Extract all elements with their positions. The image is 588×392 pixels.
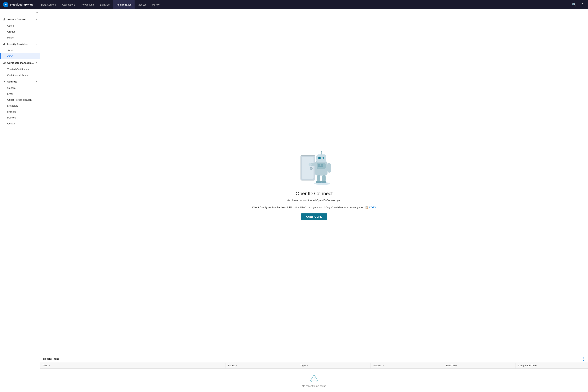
svg-rect-9	[317, 163, 326, 169]
start-time-col-label: Start Time	[446, 364, 456, 367]
svg-point-7	[310, 168, 312, 169]
nav-item-more[interactable]: More ▾	[149, 0, 163, 9]
group-left-certificate-management: Certificate Managem...	[3, 61, 34, 64]
settings-chevron: ▾	[36, 80, 37, 83]
sidebar-collapse-button[interactable]: «	[36, 11, 38, 14]
sidebar-item-roles[interactable]: Roles	[0, 35, 40, 40]
nav-right-actions: 🔍 ⋮	[571, 2, 585, 8]
identity-providers-label: Identity Providers	[7, 43, 28, 46]
top-navigation: + pluscloud VMware Data Centers Applicat…	[0, 0, 588, 9]
recent-tasks-panel: Recent Tasks ❯ Task ▼ Status ▼ Type ▼ In…	[40, 355, 588, 392]
search-button[interactable]: 🔍	[571, 2, 577, 8]
group-left-settings: Settings	[3, 80, 17, 83]
content-area: OpenID Connect You have not configured O…	[40, 9, 588, 392]
sidebar-group-settings: Settings ▾ General Email Guest Personali…	[0, 78, 40, 126]
sidebar-group-header-certificate-management[interactable]: Certificate Managem... ▾	[0, 59, 40, 66]
status-filter-icon[interactable]: ▼	[236, 365, 238, 367]
brand-logo[interactable]: + pluscloud VMware	[3, 2, 34, 7]
search-icon: 🔍	[572, 2, 576, 7]
sidebar-item-users[interactable]: Users	[0, 23, 40, 29]
svg-rect-12	[318, 166, 323, 167]
svg-rect-13	[316, 154, 326, 162]
nav-item-administration[interactable]: Administration	[113, 0, 134, 9]
svg-point-18	[320, 151, 322, 152]
main-layout: « Access Control ▾ Users Groups Roles	[0, 9, 588, 392]
configure-button[interactable]: CONFIGURE	[301, 214, 328, 220]
sidebar-item-trusted-certificates[interactable]: Trusted Certificates	[0, 66, 40, 72]
group-left-identity-providers: Identity Providers	[3, 42, 28, 46]
sidebar-group-header-access-control[interactable]: Access Control ▾	[0, 16, 40, 23]
task-filter-icon[interactable]: ▼	[48, 365, 50, 367]
nav-item-datacenters[interactable]: Data Centers	[38, 0, 59, 9]
sidebar-item-saml[interactable]: SAML	[0, 48, 40, 54]
sidebar-item-email[interactable]: Email	[0, 91, 40, 97]
tasks-empty-icon	[310, 373, 319, 383]
sidebar-item-guest-personalization[interactable]: Guest Personalization	[0, 97, 40, 103]
status-col-label: Status	[228, 364, 235, 367]
column-header-completion-time: Completion Time	[516, 363, 588, 368]
svg-point-0	[4, 18, 4, 19]
sidebar-group-header-identity-providers[interactable]: Identity Providers ▾	[0, 40, 40, 48]
svg-point-3	[4, 62, 4, 63]
sidebar-item-multisite[interactable]: Multisite	[0, 109, 40, 115]
sidebar-item-general[interactable]: General	[0, 85, 40, 91]
access-control-label: Access Control	[7, 18, 26, 21]
initiator-col-label: Initiator	[373, 364, 381, 367]
sidebar-group-identity-providers: Identity Providers ▾ SAML OIDC	[0, 40, 40, 59]
oidc-subtitle: You have not configured OpenID Connect y…	[287, 199, 341, 202]
more-options-icon: ⋮	[581, 2, 584, 7]
sidebar-item-quotas[interactable]: Quotas	[0, 120, 40, 126]
nav-item-libraries[interactable]: Libraries	[97, 0, 113, 9]
svg-point-15	[319, 157, 320, 159]
sidebar-item-certificates-library[interactable]: Certificates Library	[0, 72, 40, 78]
certificate-management-icon	[3, 61, 6, 64]
sidebar-item-oidc[interactable]: OIDC	[0, 54, 40, 59]
oidc-robot-illustration	[295, 144, 333, 186]
more-options-button[interactable]: ⋮	[580, 2, 585, 8]
copy-icon: 📋	[365, 206, 368, 209]
nav-item-monitor[interactable]: Monitor	[134, 0, 149, 9]
access-control-icon	[3, 18, 6, 21]
sidebar-item-groups[interactable]: Groups	[0, 29, 40, 35]
identity-providers-icon	[3, 42, 6, 46]
recent-tasks-header: Recent Tasks ❯	[40, 355, 588, 363]
brand-icon: +	[3, 2, 8, 7]
type-filter-icon[interactable]: ▼	[306, 365, 308, 367]
svg-rect-10	[318, 164, 320, 166]
sidebar-group-header-settings[interactable]: Settings ▾	[0, 78, 40, 85]
sidebar-item-policies[interactable]: Policies	[0, 115, 40, 120]
copy-label: COPY	[369, 206, 376, 209]
start-time-sort-icon[interactable]: ↓	[458, 365, 458, 367]
certificate-management-chevron: ▾	[36, 62, 37, 64]
nav-item-networking[interactable]: Networking	[78, 0, 97, 9]
recent-tasks-title: Recent Tasks	[43, 357, 59, 360]
redirect-uri-label: Client Configuration Redirect URI:	[252, 206, 292, 209]
svg-rect-11	[321, 164, 323, 166]
tasks-table-header: Task ▼ Status ▼ Type ▼ Initiator ▼ Start…	[40, 363, 588, 369]
sidebar-item-metadata[interactable]: Metadata	[0, 103, 40, 109]
oidc-title: OpenID Connect	[296, 191, 333, 196]
copy-uri-button[interactable]: 📋 COPY	[365, 206, 376, 209]
brand-name: pluscloud VMware	[10, 3, 34, 6]
initiator-filter-icon[interactable]: ▼	[382, 365, 384, 367]
column-header-initiator: Initiator ▼	[370, 363, 443, 368]
identity-providers-chevron: ▾	[36, 43, 37, 45]
redirect-uri-value: https://de-11.vcd.get-cloud.io/login/oau…	[294, 206, 364, 209]
certificate-management-label: Certificate Managem...	[7, 62, 34, 64]
svg-rect-1	[3, 44, 5, 45]
sidebar-group-certificate-management: Certificate Managem... ▾ Trusted Certifi…	[0, 59, 40, 78]
sidebar-collapse-area: «	[0, 9, 40, 16]
settings-label: Settings	[7, 80, 17, 83]
svg-rect-21	[328, 163, 331, 173]
svg-point-26	[314, 182, 330, 185]
sidebar-group-access-control: Access Control ▾ Users Groups Roles	[0, 16, 40, 40]
nav-item-applications[interactable]: Applications	[59, 0, 78, 9]
task-col-label: Task	[42, 364, 48, 367]
tasks-empty-state: No recent tasks found	[40, 369, 588, 392]
recent-tasks-collapse-button[interactable]: ❯	[582, 357, 585, 360]
group-left-access-control: Access Control	[3, 18, 26, 21]
settings-icon	[3, 80, 6, 83]
column-header-task: Task ▼	[40, 363, 226, 368]
tasks-empty-message: No recent tasks found	[302, 384, 326, 388]
column-header-type: Type ▼	[298, 363, 371, 368]
